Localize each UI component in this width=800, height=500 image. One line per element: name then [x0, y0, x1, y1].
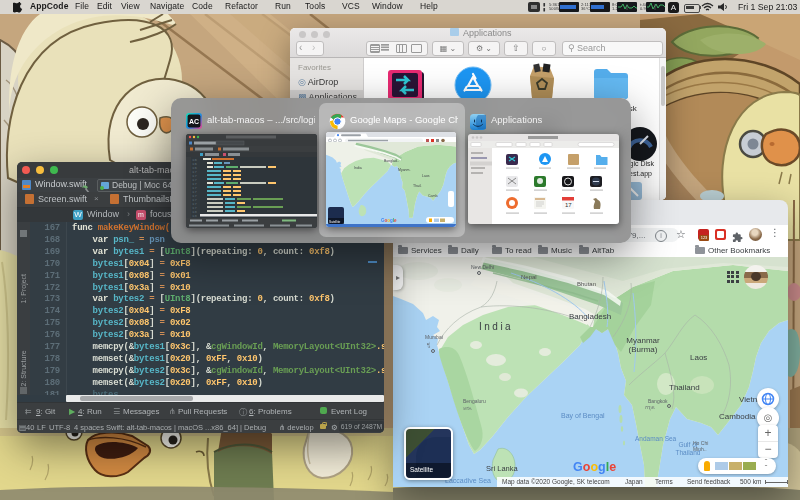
- svg-text:Bengaluru: Bengaluru: [463, 398, 486, 404]
- svg-text:Laos: Laos: [690, 353, 707, 362]
- svg-text:Mumbai: Mumbai: [425, 334, 443, 340]
- svg-text:Google: Google: [381, 218, 397, 223]
- svg-text:Bay of Bengal: Bay of Bengal: [561, 412, 605, 420]
- svg-text:Satellite: Satellite: [329, 220, 341, 224]
- svg-text:Thailand: Thailand: [669, 383, 700, 392]
- svg-text:18: 18: [192, 214, 197, 218]
- svg-text:17: 17: [565, 202, 572, 208]
- svg-text:Nepal: Nepal: [521, 274, 537, 280]
- svg-text:Andaman Sea: Andaman Sea: [635, 435, 677, 442]
- svg-text:Myanm.: Myanm.: [398, 168, 410, 172]
- svg-text:กรุงเ: กรุงเ: [645, 404, 655, 411]
- svg-text:(Burma): (Burma): [629, 345, 658, 354]
- svg-text:India: India: [479, 321, 513, 332]
- svg-text:Myanmar: Myanmar: [626, 336, 660, 345]
- svg-text:Minh..: Minh..: [693, 446, 707, 452]
- svg-text:India: India: [354, 166, 362, 170]
- svg-text:Cambodia: Cambodia: [719, 412, 756, 421]
- svg-text:Banglad..: Banglad..: [384, 159, 399, 163]
- svg-text:Camb.: Camb.: [428, 194, 438, 198]
- svg-text:Thail.: Thail.: [413, 184, 422, 188]
- svg-text:AC: AC: [189, 118, 199, 125]
- svg-text:Laccadive Sea: Laccadive Sea: [445, 477, 491, 484]
- svg-text:Laos: Laos: [422, 174, 430, 178]
- svg-text:Bangladesh: Bangladesh: [569, 312, 611, 321]
- svg-text:Sri Lanka: Sri Lanka: [486, 464, 519, 473]
- svg-text:ಅನಸಿ: ಅನಸಿ: [463, 405, 472, 411]
- svg-text:New Delhi: New Delhi: [471, 264, 494, 270]
- svg-text:Bhutan: Bhutan: [577, 281, 596, 287]
